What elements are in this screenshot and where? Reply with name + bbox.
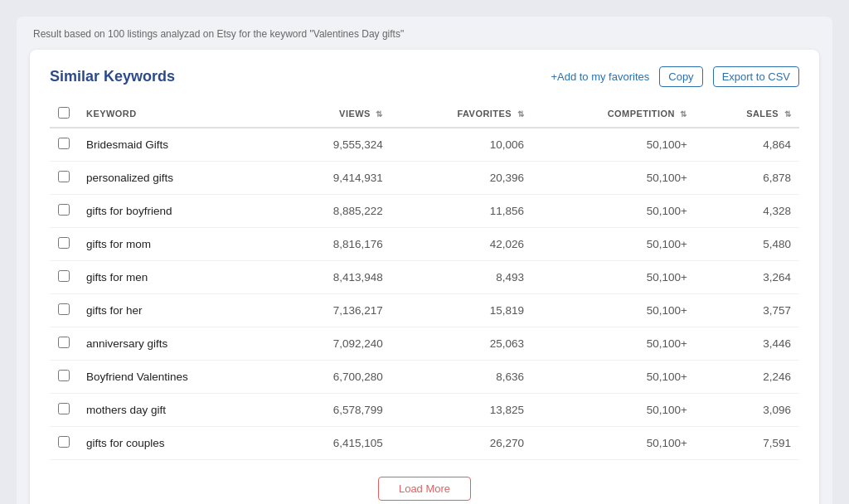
sales-cell: 2,246 [696,361,799,394]
table-row: mothers day gift6,578,79913,82550,100+3,… [50,394,799,427]
favorites-cell: 25,063 [391,327,532,361]
views-cell: 7,136,217 [279,294,391,327]
sales-cell: 4,864 [696,128,799,162]
keywords-table: KEYWORD VIEWS ⇅ FAVORITES ⇅ COMPETITION [50,100,799,504]
keyword-cell: mothers day gift [78,394,279,427]
table-row: gifts for boyfriend8,885,22211,85650,100… [50,195,799,228]
table-row: gifts for her7,136,21715,81950,100+3,757 [50,294,799,327]
table-row: anniversary gifts7,092,24025,06350,100+3… [50,327,799,361]
favorites-cell: 10,006 [391,128,532,162]
keyword-cell: anniversary gifts [78,327,279,361]
row-checkbox-cell [50,228,78,261]
competition-cell: 50,100+ [532,294,696,327]
table-row: Boyfriend Valentines6,700,2808,63650,100… [50,361,799,394]
add-favorites-link[interactable]: +Add to my favorites [551,70,649,83]
card-header: Similar Keywords +Add to my favorites Co… [50,66,799,87]
col-header-competition[interactable]: COMPETITION ⇅ [532,100,696,128]
sales-cell: 3,446 [696,327,799,361]
favorites-cell: 8,636 [391,361,532,394]
row-checkbox[interactable] [58,303,70,315]
row-checkbox-cell [50,294,78,327]
col-header-favorites[interactable]: FAVORITES ⇅ [391,100,532,128]
card: Similar Keywords +Add to my favorites Co… [30,50,819,504]
col-header-sales[interactable]: SALES ⇅ [696,100,799,128]
views-cell: 8,816,176 [279,228,391,261]
views-sort-icon: ⇅ [376,109,382,119]
row-checkbox-cell [50,261,78,294]
sales-cell: 7,591 [696,427,799,460]
row-checkbox-cell [50,327,78,361]
sales-cell: 3,757 [696,294,799,327]
favorites-sort-icon: ⇅ [517,109,524,119]
sales-sort-icon: ⇅ [784,109,791,119]
competition-sort-icon: ⇅ [680,109,686,119]
favorites-cell: 8,493 [391,261,532,294]
load-more-row: Load More [50,460,799,505]
header-checkbox-cell [50,100,78,128]
table-row: gifts for mom8,816,17642,02650,100+5,480 [50,228,799,261]
keyword-cell: gifts for her [78,294,279,327]
sales-cell: 4,328 [696,195,799,228]
competition-cell: 50,100+ [532,228,696,261]
col-header-views[interactable]: VIEWS ⇅ [279,100,391,128]
competition-cell: 50,100+ [532,162,696,195]
sales-cell: 6,878 [696,162,799,195]
row-checkbox-cell [50,195,78,228]
row-checkbox-cell [50,394,78,427]
views-cell: 9,555,324 [279,128,391,162]
competition-cell: 50,100+ [532,361,696,394]
competition-cell: 50,100+ [532,128,696,162]
keyword-cell: gifts for couples [78,427,279,460]
keyword-cell: gifts for men [78,261,279,294]
col-header-keyword[interactable]: KEYWORD [78,100,279,128]
sales-cell: 5,480 [696,228,799,261]
views-cell: 7,092,240 [279,327,391,361]
row-checkbox[interactable] [58,138,70,149]
favorites-cell: 20,396 [391,162,532,195]
row-checkbox[interactable] [58,403,70,414]
export-csv-button[interactable]: Export to CSV [713,66,799,87]
row-checkbox[interactable] [58,436,70,448]
row-checkbox[interactable] [58,337,70,348]
outer-wrapper: Result based on 100 listings analyzad on… [17,17,832,504]
competition-cell: 50,100+ [532,427,696,460]
header-actions: +Add to my favorites Copy Export to CSV [551,66,799,87]
row-checkbox-cell [50,162,78,195]
keyword-cell: gifts for mom [78,228,279,261]
views-cell: 8,413,948 [279,261,391,294]
keyword-cell: Boyfriend Valentines [78,361,279,394]
row-checkbox[interactable] [58,237,70,249]
row-checkbox[interactable] [58,204,70,216]
load-more-button[interactable]: Load More [378,477,471,501]
select-all-checkbox[interactable] [58,107,70,119]
info-bar: Result based on 100 listings analyzad on… [30,27,819,41]
competition-cell: 50,100+ [532,394,696,427]
row-checkbox-cell [50,427,78,460]
keyword-cell: Bridesmaid Gifts [78,128,279,162]
keyword-cell: personalized gifts [78,162,279,195]
row-checkbox[interactable] [58,270,70,282]
competition-cell: 50,100+ [532,327,696,361]
favorites-cell: 26,270 [391,427,532,460]
row-checkbox-cell [50,128,78,162]
views-cell: 9,414,931 [279,162,391,195]
favorites-cell: 15,819 [391,294,532,327]
copy-button[interactable]: Copy [659,66,702,87]
keyword-cell: gifts for boyfriend [78,195,279,228]
card-title: Similar Keywords [50,68,175,85]
competition-cell: 50,100+ [532,261,696,294]
favorites-cell: 11,856 [391,195,532,228]
table-row: gifts for men8,413,9488,49350,100+3,264 [50,261,799,294]
views-cell: 6,578,799 [279,394,391,427]
row-checkbox[interactable] [58,171,70,182]
sales-cell: 3,096 [696,394,799,427]
views-cell: 8,885,222 [279,195,391,228]
load-more-cell: Load More [50,460,799,505]
row-checkbox-cell [50,361,78,394]
table-header-row: KEYWORD VIEWS ⇅ FAVORITES ⇅ COMPETITION [50,100,799,128]
row-checkbox[interactable] [58,370,70,381]
favorites-cell: 13,825 [391,394,532,427]
competition-cell: 50,100+ [532,195,696,228]
views-cell: 6,415,105 [279,427,391,460]
table-wrapper: KEYWORD VIEWS ⇅ FAVORITES ⇅ COMPETITION [50,100,799,504]
